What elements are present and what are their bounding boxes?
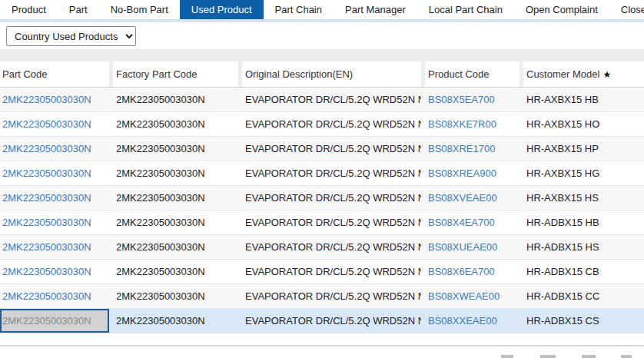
product-code-link[interactable]: BS08XVEAE00 (428, 192, 497, 204)
description-cell: EVAPORATOR DR/CL/5.2Q WRD52N NO ... (242, 210, 421, 234)
table-row[interactable]: 2MK22305003030N 2MK22305003030N EVAPORAT… (0, 260, 644, 284)
product-code-cell: BS08X4EA700 (425, 210, 520, 234)
product-code-cell: BS08XREA900 (425, 161, 520, 185)
clipped-text-fragment (621, 355, 632, 358)
table-row[interactable]: 2MK22305003030N 2MK22305003030N EVAPORAT… (0, 284, 644, 309)
customer-model-cell: HR-ADBX15 HS (523, 235, 644, 259)
product-code-link[interactable]: BS08XRE1700 (428, 143, 495, 154)
factory-part-code-cell: 2MK22305003030N (113, 309, 238, 333)
table-row[interactable]: 2MK22305003030N 2MK22305003030N EVAPORAT… (0, 161, 644, 186)
part-code-cell: 2MK22305003030N (0, 88, 109, 111)
part-code-cell: 2MK22305003030N (0, 137, 109, 161)
factory-part-code-cell: 2MK22305003030N (113, 137, 238, 161)
clipped-text-fragment (540, 355, 556, 358)
clipped-text-fragment (582, 355, 596, 358)
column-header-factory-part-code[interactable]: Factory Part Code (113, 61, 238, 87)
nav-tab-part-manager[interactable]: Part Manager (334, 0, 417, 19)
part-code-link[interactable]: 2MK22305003030N (2, 143, 91, 154)
customer-model-cell: HR-ADBX15 CC (523, 284, 644, 308)
table-row[interactable]: 2MK22305003030N 2MK22305003030N EVAPORAT… (0, 235, 644, 260)
star-icon: ★ (603, 69, 611, 80)
part-code-link[interactable]: 2MK22305003030N (2, 315, 91, 327)
nav-tab-product[interactable]: Product (0, 0, 58, 19)
grid-footer-spacer (0, 333, 644, 345)
product-code-link[interactable]: BS08XXEAE00 (428, 315, 497, 327)
table-row[interactable]: 2MK22305003030N 2MK22305003030N EVAPORAT… (0, 309, 644, 333)
description-text: EVAPORATOR DR/CL/5.2Q WRD52N NO (245, 217, 421, 228)
part-code-cell: 2MK22305003030N (0, 284, 109, 308)
part-code-link[interactable]: 2MK22305003030N (2, 241, 91, 253)
column-header-customer-model[interactable]: Customer Model★ (523, 61, 644, 87)
part-code-link[interactable]: 2MK22305003030N (2, 290, 91, 302)
product-code-link[interactable]: BS08XUEAE00 (428, 241, 497, 253)
customer-model-cell: HR-ADBX15 CB (523, 260, 644, 283)
product-code-link[interactable]: BS08X6EA700 (428, 266, 495, 277)
part-code-link[interactable]: 2MK22305003030N (2, 217, 91, 228)
focused-part-code-cell: 2MK22305003030N (0, 309, 109, 333)
table-row[interactable]: 2MK22305003030N 2MK22305003030N EVAPORAT… (0, 137, 644, 161)
product-code-link[interactable]: BS08XWEAE00 (428, 290, 500, 302)
nav-tab-local-part-chain[interactable]: Local Part Chain (417, 0, 514, 19)
description-cell: EVAPORATOR DR/CL/5.2Q WRD52N NO ... (242, 137, 421, 161)
table-row[interactable]: 2MK22305003030N 2MK22305003030N EVAPORAT… (0, 88, 644, 112)
column-header-part-code[interactable]: Part Code (0, 61, 109, 87)
description-text: EVAPORATOR DR/CL/5.2Q WRD52N NO (245, 118, 421, 130)
description-cell: EVAPORATOR DR/CL/5.2Q WRD52N NO ... (242, 112, 421, 136)
product-code-link[interactable]: BS08XREA900 (428, 167, 496, 179)
customer-model-cell: HR-AXBX15 HO (523, 112, 644, 136)
factory-part-code-cell: 2MK22305003030N (113, 88, 238, 111)
description-cell: EVAPORATOR DR/CL/5.2Q WRD52N NO ... (242, 260, 421, 283)
product-code-link[interactable]: BS08X5EA700 (428, 94, 495, 105)
part-code-link[interactable]: 2MK22305003030N (2, 192, 91, 204)
part-code-cell: 2MK22305003030N (0, 260, 109, 283)
column-header-original-description[interactable]: Original Description(EN) (242, 61, 421, 87)
factory-part-code-cell: 2MK22305003030N (113, 161, 238, 185)
column-header-product-code[interactable]: Product Code (425, 61, 520, 87)
description-cell: EVAPORATOR DR/CL/5.2Q WRD52N NO ... (242, 186, 421, 210)
nav-tab-part-chain[interactable]: Part Chain (264, 0, 334, 19)
factory-part-code-cell: 2MK22305003030N (113, 112, 238, 136)
factory-part-code-cell: 2MK22305003030N (113, 260, 238, 283)
description-cell: EVAPORATOR DR/CL/5.2Q WRD52N NO ... (242, 284, 421, 308)
nav-tab-closed-complaint[interactable]: Closed Complaint (609, 0, 644, 19)
product-code-cell: BS08XXEAE00 (425, 309, 520, 333)
nav-tab-no-bom-part[interactable]: No-Bom Part (99, 0, 180, 19)
description-cell: EVAPORATOR DR/CL/5.2Q WRD52N NO ... (242, 88, 421, 111)
product-code-cell: BS08XRE1700 (425, 137, 520, 161)
part-code-link[interactable]: 2MK22305003030N (2, 118, 91, 130)
nav-tab-used-product[interactable]: Used Product (180, 0, 264, 19)
table-row[interactable]: 2MK22305003030N 2MK22305003030N EVAPORAT… (0, 186, 644, 210)
customer-model-cell: HR-AXBX15 HS (523, 186, 644, 210)
nav-tab-open-complaint[interactable]: Open Complaint (514, 0, 609, 19)
part-code-link[interactable]: 2MK22305003030N (2, 266, 91, 277)
part-code-link[interactable]: 2MK22305003030N (2, 94, 91, 105)
part-code-cell: 2MK22305003030N (0, 210, 109, 234)
description-text: EVAPORATOR DR/CL/5.2Q WRD52N NO (245, 94, 421, 105)
table-row[interactable]: 2MK22305003030N 2MK22305003030N EVAPORAT… (0, 210, 644, 235)
description-text: EVAPORATOR DR/CL/5.2Q WRD52N NO (245, 290, 421, 302)
customer-model-cell: HR-ADBX15 HB (523, 210, 644, 234)
product-code-cell: BS08XUEAE00 (425, 235, 520, 259)
part-code-cell: 2MK22305003030N (0, 112, 109, 136)
customer-model-cell: HR-AXBX15 HG (523, 161, 644, 185)
description-cell: EVAPORATOR DR/CL/5.2Q WRD52N NO ... (242, 235, 421, 259)
customer-model-cell: HR-ADBX15 CS (523, 309, 644, 333)
part-code-link[interactable]: 2MK22305003030N (2, 167, 91, 179)
part-code-cell: 2MK22305003030N (0, 235, 109, 259)
country-used-products-select[interactable]: Country Used Products (6, 26, 136, 46)
description-text: EVAPORATOR DR/CL/5.2Q WRD52N NO (245, 315, 421, 327)
used-product-grid: Part Code Factory Part Code Original Des… (0, 49, 644, 345)
nav-tab-part[interactable]: Part (58, 0, 99, 19)
clipped-text-fragment (501, 355, 513, 358)
product-code-link[interactable]: BS08X4EA700 (428, 217, 495, 228)
factory-part-code-cell: 2MK22305003030N (113, 210, 238, 234)
description-text: EVAPORATOR DR/CL/5.2Q WRD52N NO (245, 167, 421, 179)
product-code-cell: BS08XWEAE00 (425, 284, 520, 308)
product-code-link[interactable]: BS08XKE7R00 (428, 118, 496, 130)
product-code-cell: BS08X6EA700 (425, 260, 520, 283)
table-row[interactable]: 2MK22305003030N 2MK22305003030N EVAPORAT… (0, 112, 644, 137)
description-text: EVAPORATOR DR/CL/5.2Q WRD52N NO (245, 192, 421, 204)
customer-model-label: Customer Model (526, 68, 599, 80)
factory-part-code-cell: 2MK22305003030N (113, 235, 238, 259)
description-text: EVAPORATOR DR/CL/5.2Q WRD52N NO (245, 143, 421, 154)
